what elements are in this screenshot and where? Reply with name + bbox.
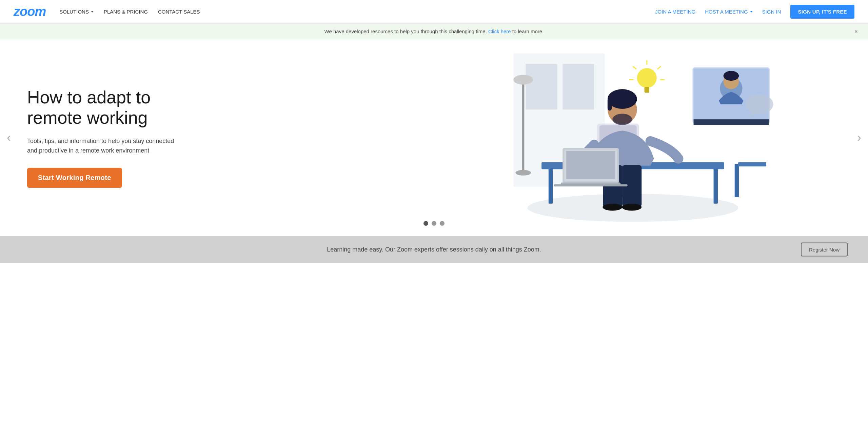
navbar-right-links: JOIN A MEETING HOST A MEETING SIGN IN SI…	[655, 5, 854, 19]
announcement-banner: We have developed resources to help you …	[0, 24, 868, 39]
svg-point-46	[513, 75, 533, 85]
svg-rect-2	[563, 64, 594, 110]
svg-rect-31	[645, 87, 650, 93]
banner-close-button[interactable]: ×	[854, 28, 858, 35]
solutions-chevron-icon	[91, 11, 94, 13]
hero-subtitle: Tools, tips, and information to help you…	[27, 136, 176, 156]
svg-rect-19	[608, 98, 612, 111]
svg-line-33	[657, 66, 661, 69]
host-chevron-icon	[750, 11, 753, 13]
zoom-logo[interactable]: zoom	[14, 4, 46, 19]
svg-rect-6	[714, 168, 718, 204]
nav-join-meeting[interactable]: JOIN A MEETING	[655, 9, 695, 15]
svg-rect-5	[549, 168, 553, 204]
svg-line-35	[633, 66, 636, 69]
svg-rect-45	[522, 78, 524, 173]
banner-text-before: We have developed resources to help you …	[324, 28, 487, 34]
navbar: zoom SOLUTIONS PLANS & PRICING CONTACT S…	[0, 0, 868, 24]
hero-svg	[391, 39, 868, 236]
svg-point-24	[622, 204, 642, 211]
svg-point-30	[637, 68, 657, 88]
svg-point-41	[724, 71, 739, 81]
svg-rect-29	[554, 184, 628, 186]
banner-text-after: to learn more.	[512, 28, 544, 34]
svg-rect-42	[694, 119, 769, 125]
hero-cta-button[interactable]: Start Working Remote	[27, 168, 122, 188]
svg-rect-1	[526, 64, 557, 110]
footer-banner-text: Learning made easy. Our Zoom experts off…	[327, 246, 541, 253]
svg-rect-8	[738, 162, 766, 166]
nav-contact-sales[interactable]: CONTACT SALES	[158, 9, 200, 15]
slider-dot-3[interactable]	[440, 221, 445, 226]
svg-point-18	[608, 89, 637, 109]
svg-point-20	[612, 114, 632, 125]
navbar-left-links: SOLUTIONS PLANS & PRICING CONTACT SALES	[59, 9, 655, 15]
svg-rect-7	[735, 164, 739, 197]
footer-banner: Learning made easy. Our Zoom experts off…	[0, 236, 868, 263]
slider-next-button[interactable]: ›	[854, 127, 865, 148]
nav-sign-in[interactable]: SIGN IN	[762, 9, 781, 15]
slider-dot-2[interactable]	[432, 221, 436, 226]
slider-dots	[423, 221, 445, 226]
svg-point-43	[745, 95, 773, 114]
hero-title: How to adapt to remote working	[27, 87, 176, 128]
nav-plans-pricing[interactable]: PLANS & PRICING	[104, 9, 148, 15]
svg-point-23	[603, 204, 622, 211]
banner-link[interactable]: Click here	[488, 28, 511, 34]
nav-solutions[interactable]: SOLUTIONS	[59, 9, 94, 15]
signup-button[interactable]: SIGN UP, IT'S FREE	[790, 5, 854, 19]
svg-rect-27	[566, 151, 615, 179]
hero-section: ‹ How to adapt to remote working Tools, …	[0, 39, 868, 236]
slider-dot-1[interactable]	[423, 221, 428, 226]
register-now-button[interactable]: Register Now	[801, 243, 848, 257]
hero-content: How to adapt to remote working Tools, ti…	[0, 67, 203, 208]
svg-point-47	[515, 170, 531, 176]
nav-host-meeting[interactable]: HOST A MEETING	[705, 9, 752, 15]
hero-illustration	[391, 39, 868, 236]
slider-prev-button[interactable]: ‹	[3, 127, 14, 148]
